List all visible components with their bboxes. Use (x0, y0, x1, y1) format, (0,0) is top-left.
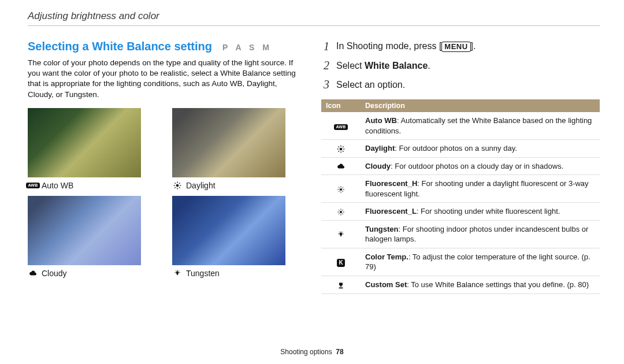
step-text: Select an option. (336, 80, 405, 90)
option-name: Color Temp. (365, 252, 408, 261)
step-number: 1 (321, 40, 329, 53)
step-number: 3 (321, 78, 329, 91)
step-2: 2 Select White Balance. (321, 59, 600, 72)
example-image-daylight (172, 108, 285, 177)
thumb-cloudy: Cloudy (28, 196, 159, 278)
color-temp-icon: K (337, 259, 345, 267)
example-image-cloudy (28, 196, 141, 265)
table-row: Tungsten: For shooting indoor photos und… (321, 220, 600, 248)
step-text: In Shooting mode, press [ (336, 41, 441, 51)
table-row: Daylight: For outdoor photos on a sunny … (321, 140, 600, 158)
option-name: Custom Set (365, 280, 407, 289)
thumb-label: Daylight (186, 181, 216, 190)
fluorescent-h-icon (336, 184, 346, 193)
option-desc: : For outdoor photos on a sunny day. (395, 144, 517, 153)
example-image-auto-wb (28, 108, 141, 177)
option-desc: : For shooting indoor photos under incan… (365, 225, 588, 244)
cloudy-icon (28, 269, 38, 277)
tungsten-icon (172, 269, 183, 277)
page-number: 78 (336, 348, 343, 356)
table-row: Cloudy: For outdoor photos on a cloudy d… (321, 157, 600, 175)
instruction-steps: 1 In Shooting mode, press [MENU]. 2 Sele… (321, 40, 600, 91)
table-row: AWB Auto WB: Automatically set the White… (321, 112, 600, 140)
fluorescent-l-icon (336, 207, 346, 216)
table-row: Fluorescent_H: For shooting under a dayl… (321, 175, 600, 203)
custom-set-icon (336, 280, 346, 289)
option-name: Fluorescent_H (365, 179, 417, 188)
white-balance-options-table: Icon Description AWB Auto WB: Automatica… (321, 99, 600, 294)
breadcrumb: Adjusting brightness and color (28, 10, 600, 22)
auto-wb-icon: AWB (28, 181, 38, 190)
thumb-label: Auto WB (42, 181, 73, 190)
menu-button-chip: MENU (441, 42, 470, 52)
option-desc: : For shooting under white fluorescent l… (417, 207, 560, 216)
page-heading: Selecting a White Balance setting (28, 40, 212, 53)
thumb-daylight: Daylight (172, 108, 304, 190)
daylight-icon (172, 181, 183, 190)
example-thumbnail-grid: AWB Auto WB Daylight Cloudy (28, 108, 304, 278)
thumb-auto-wb: AWB Auto WB (28, 108, 159, 190)
cloudy-icon (336, 162, 346, 170)
step-number: 2 (321, 59, 329, 72)
option-name: Cloudy (365, 162, 391, 170)
thumb-tungsten: Tungsten (172, 196, 304, 278)
option-name: Daylight (365, 144, 395, 153)
step-text: . (428, 61, 430, 70)
step-1: 1 In Shooting mode, press [MENU]. (321, 40, 600, 53)
auto-wb-icon: AWB (334, 124, 347, 130)
option-desc: : To use White Balance settings that you… (407, 280, 589, 289)
tungsten-icon (336, 230, 346, 239)
step-3: 3 Select an option. (321, 78, 600, 91)
mode-indicator-pasm: P A S M (222, 43, 272, 52)
table-row: K Color Temp.: To adjust the color tempe… (321, 248, 600, 276)
thumb-label: Cloudy (42, 269, 67, 278)
table-row: Fluorescent_L: For shooting under white … (321, 203, 600, 221)
option-desc: : Automatically set the White Balance ba… (365, 116, 592, 135)
option-desc: : For outdoor photos on a cloudy day or … (391, 162, 563, 170)
example-image-tungsten (172, 196, 285, 265)
table-row: Custom Set: To use White Balance setting… (321, 276, 600, 294)
option-name: Fluorescent_L (365, 207, 417, 216)
table-head-icon: Icon (321, 99, 361, 112)
step-text: Select (336, 61, 365, 70)
step-text: ]. (471, 41, 476, 51)
step-text-bold: White Balance (365, 61, 428, 70)
option-name: Auto WB (365, 116, 397, 125)
daylight-icon (336, 144, 346, 153)
section-divider (28, 25, 600, 26)
intro-paragraph: The color of your photo depends on the t… (28, 58, 304, 100)
page-footer: Shooting options 78 (0, 348, 624, 356)
footer-section: Shooting options (280, 348, 332, 356)
table-head-description: Description (361, 99, 600, 112)
option-name: Tungsten (365, 225, 399, 233)
thumb-label: Tungsten (186, 269, 220, 278)
